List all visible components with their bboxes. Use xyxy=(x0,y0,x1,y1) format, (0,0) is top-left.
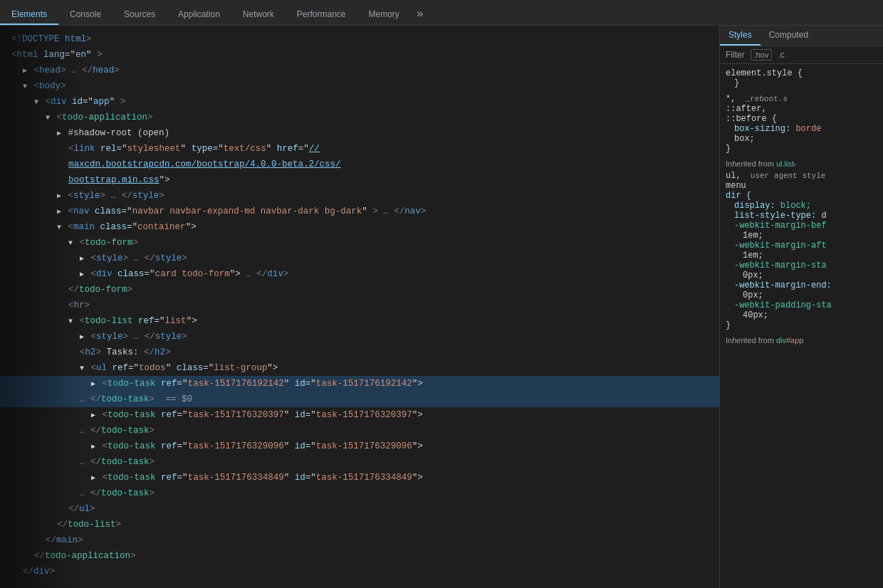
element-style-text: element.style { xyxy=(726,68,803,78)
tab-computed[interactable]: Computed xyxy=(761,26,817,46)
dom-line-ul[interactable]: <ul ref="todos" class="list-group"> xyxy=(0,360,719,376)
dom-line-nav[interactable]: <nav class="navbar navbar-expand-md navb… xyxy=(0,204,719,219)
dom-line-style3[interactable]: <style> … </style> xyxy=(0,329,719,345)
dom-line-h2: <h2> Tasks: </h2> xyxy=(0,345,719,360)
tab-console[interactable]: Console xyxy=(58,5,113,25)
filter-dot: .c xyxy=(778,50,784,60)
dom-line-todo-task1-close: … </todo-task> == $0 xyxy=(0,392,719,407)
styles-filter-bar: Filter :hov .c xyxy=(720,46,883,64)
dom-line-shadow-root[interactable]: #shadow-root (open) xyxy=(0,125,719,141)
styles-panel: Styles Computed Filter :hov .c element.s… xyxy=(719,26,883,588)
tab-elements[interactable]: Elements xyxy=(0,5,58,25)
tab-network[interactable]: Network xyxy=(231,5,286,25)
tab-styles[interactable]: Styles xyxy=(720,26,761,46)
dom-scroll[interactable]: <!DOCTYPE html> <html lang="en" > <head>… xyxy=(0,31,719,582)
dom-line-div-close: </div> xyxy=(0,564,719,579)
styles-content: element.style { } *, _reboot.s ::after, … xyxy=(720,64,883,352)
dom-line-todo-task2-close: … </todo-task> xyxy=(0,423,719,439)
dom-line-div-app[interactable]: <div id="app" > xyxy=(0,94,719,110)
tab-memory[interactable]: Memory xyxy=(357,5,411,25)
dom-line-hr: <hr> xyxy=(0,298,719,313)
dom-line-head[interactable]: <head> … </head> xyxy=(0,63,719,78)
dom-line-bootstrap-url: maxcdn.bootstrapcdn.com/bootstrap/4.0.0-… xyxy=(0,157,719,172)
styles-rule-ul: ul, user agent style menu dir { display:… xyxy=(726,171,877,330)
dom-line-todo-task3-close: … </todo-task> xyxy=(0,454,719,470)
dom-line-todo-task2[interactable]: <todo-task ref="task-1517176320397" id="… xyxy=(0,407,719,423)
dom-line-body[interactable]: <body> xyxy=(0,78,719,94)
styles-inherited-2: Inherited from div#app xyxy=(726,336,877,345)
filter-label: Filter xyxy=(726,50,745,60)
filter-hov-button[interactable]: :hov xyxy=(751,49,773,61)
dom-line-todo-list-close: </todo-list> xyxy=(0,517,719,532)
tab-application[interactable]: Application xyxy=(167,5,231,25)
dom-line-doctype: <!DOCTYPE html> xyxy=(0,31,719,47)
dom-line-todo-application[interactable]: <todo-application> xyxy=(0,110,719,125)
styles-rule-element: element.style { } xyxy=(726,68,877,88)
dom-line-todo-app-close: </todo-application> xyxy=(0,548,719,564)
styles-tabs: Styles Computed xyxy=(720,26,883,46)
dom-line-style2[interactable]: <style> … </style> xyxy=(0,251,719,266)
dom-panel: <!DOCTYPE html> <html lang="en" > <head>… xyxy=(0,26,719,588)
dom-line-todo-form-close: </todo-form> xyxy=(0,282,719,298)
styles-inherited-1: Inherited from ul.list- xyxy=(726,159,877,168)
dom-line-todo-task3[interactable]: <todo-task ref="task-1517176329096" id="… xyxy=(0,439,719,454)
tab-more-button[interactable]: » xyxy=(411,4,429,25)
dom-line-bootstrap-css: bootstrap.min.css"> xyxy=(0,172,719,188)
devtools-tabbar: Elements Console Sources Application Net… xyxy=(0,0,883,26)
tab-sources[interactable]: Sources xyxy=(113,5,167,25)
dom-line-todo-form[interactable]: <todo-form> xyxy=(0,235,719,251)
dom-line-todo-task1[interactable]: <todo-task ref="task-1517176192142" id="… xyxy=(0,376,719,392)
dom-line-todo-task4[interactable]: <todo-task ref="task-1517176334849" id="… xyxy=(0,470,719,485)
dom-line-main-close: </main> xyxy=(0,532,719,548)
dom-line-todo-list[interactable]: <todo-list ref="list"> xyxy=(0,313,719,329)
styles-rule-wildcard: *, _reboot.s ::after, ::before { box-siz… xyxy=(726,94,877,154)
tab-performance[interactable]: Performance xyxy=(286,5,357,25)
dom-line-div-card[interactable]: <div class="card todo-form"> … </div> xyxy=(0,266,719,282)
dom-line-link: <link rel="stylesheet" type="text/css" h… xyxy=(0,141,719,157)
dom-line-main[interactable]: <main class="container"> xyxy=(0,219,719,235)
dom-line-ul-close: </ul> xyxy=(0,501,719,517)
dom-line-todo-task4-close: … </todo-task> xyxy=(0,485,719,501)
main-container: <!DOCTYPE html> <html lang="en" > <head>… xyxy=(0,26,883,588)
dom-line-style1[interactable]: <style> … </style> xyxy=(0,188,719,204)
element-style-close: } xyxy=(734,78,739,88)
dom-line-html[interactable]: <html lang="en" > xyxy=(0,47,719,63)
